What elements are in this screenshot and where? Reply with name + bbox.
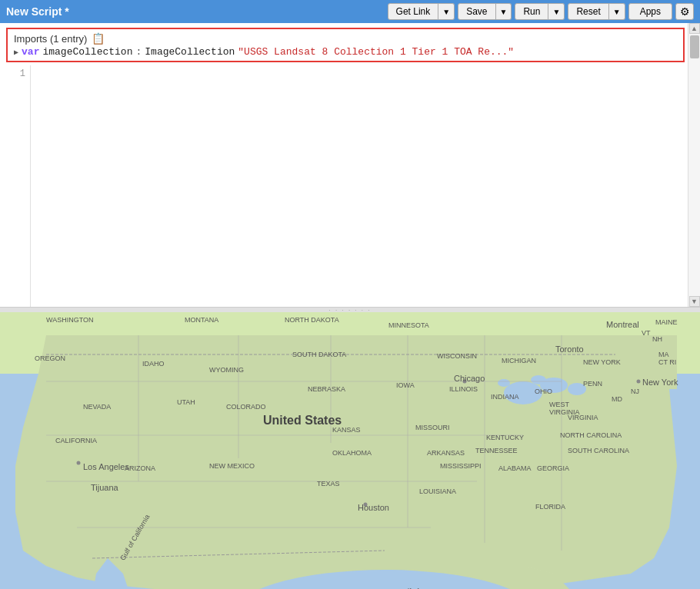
imports-label: Imports (1 entry) bbox=[14, 33, 87, 45]
imports-title: Imports (1 entry) 📋 bbox=[14, 32, 677, 45]
document-icon: 📋 bbox=[92, 32, 105, 45]
map-area[interactable]: WASHINGTON MONTANA NORTH DAKOTA MINNESOT… bbox=[0, 312, 700, 589]
entry-arrow[interactable]: ▶ bbox=[14, 48, 18, 57]
save-button[interactable]: Save bbox=[458, 3, 495, 20]
code-content[interactable] bbox=[31, 65, 700, 307]
svg-point-3 bbox=[504, 381, 542, 404]
code-editor[interactable]: 1 bbox=[0, 65, 700, 307]
run-group: Run ▼ bbox=[515, 3, 565, 20]
reset-group: Reset ▼ bbox=[568, 3, 625, 20]
gear-icon: ⚙ bbox=[680, 5, 690, 18]
keyword-var: var bbox=[22, 46, 39, 58]
imports-panel: Imports (1 entry) 📋 ▶ var imageCollectio… bbox=[6, 28, 685, 62]
get-link-button[interactable]: Get Link bbox=[388, 3, 439, 20]
get-link-arrow[interactable]: ▼ bbox=[438, 3, 455, 20]
editor-area: Imports (1 entry) 📋 ▶ var imageCollectio… bbox=[0, 23, 700, 308]
colon: : bbox=[135, 46, 142, 58]
map-svg bbox=[0, 312, 700, 589]
editor-scrollbar[interactable]: ▲ ▼ bbox=[688, 23, 700, 307]
run-button[interactable]: Run bbox=[515, 3, 548, 20]
apps-button[interactable]: Apps bbox=[628, 3, 672, 20]
toolbar: New Script * Get Link ▼ Save ▼ Run ▼ Res… bbox=[0, 0, 700, 23]
scroll-up-arrow[interactable]: ▲ bbox=[689, 23, 700, 34]
type-name: ImageCollection bbox=[145, 46, 235, 58]
chicago-dot bbox=[463, 380, 467, 384]
reset-arrow[interactable]: ▼ bbox=[609, 3, 625, 20]
svg-point-7 bbox=[498, 379, 510, 387]
la-dot bbox=[77, 461, 81, 465]
string-value: "USGS Landsat 8 Collection 1 Tier 1 TOA … bbox=[238, 46, 514, 58]
svg-marker-2 bbox=[15, 335, 677, 589]
line-number: 1 bbox=[5, 68, 25, 79]
scroll-down-arrow[interactable]: ▼ bbox=[689, 296, 700, 307]
newyork-dot bbox=[637, 380, 641, 384]
page-title: New Script * bbox=[6, 5, 69, 18]
scroll-track bbox=[688, 34, 700, 296]
scroll-thumb[interactable] bbox=[690, 35, 699, 58]
settings-button[interactable]: ⚙ bbox=[675, 3, 694, 20]
save-group: Save ▼ bbox=[458, 3, 512, 20]
variable-name: imageCollection bbox=[42, 46, 132, 58]
get-link-group: Get Link ▼ bbox=[388, 3, 455, 20]
save-arrow[interactable]: ▼ bbox=[496, 3, 512, 20]
svg-point-6 bbox=[531, 375, 546, 384]
houston-dot bbox=[364, 503, 368, 507]
run-arrow[interactable]: ▼ bbox=[548, 3, 565, 20]
imports-entry: ▶ var imageCollection : ImageCollection … bbox=[14, 46, 677, 58]
svg-point-5 bbox=[568, 383, 586, 395]
line-numbers: 1 bbox=[0, 65, 31, 307]
reset-button[interactable]: Reset bbox=[568, 3, 608, 20]
